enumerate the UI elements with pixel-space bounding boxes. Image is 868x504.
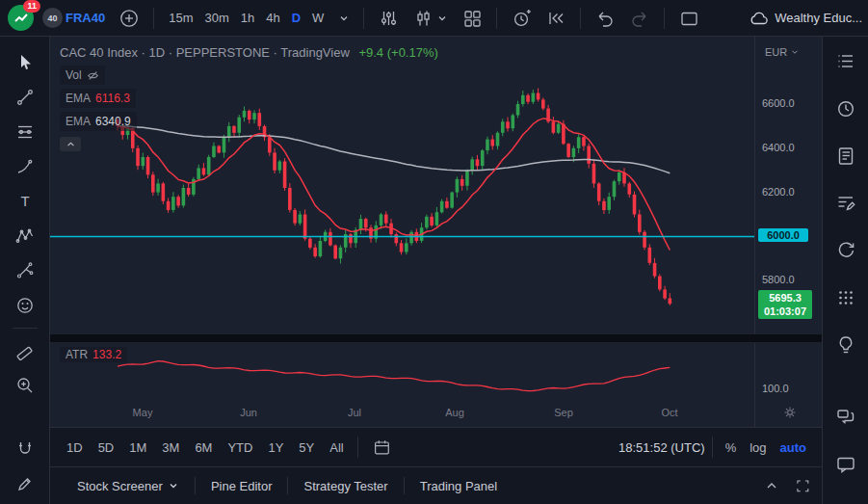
brush-icon (14, 156, 36, 177)
panel-tab-stock-screener[interactable]: Stock Screener (62, 467, 195, 504)
auto-scale-button[interactable]: auto (775, 437, 812, 459)
text-tool-button[interactable]: T (13, 189, 38, 214)
timeframe-menu-button[interactable] (333, 10, 355, 27)
pane-separator[interactable] (50, 333, 822, 343)
range-6M[interactable]: 6M (188, 437, 219, 459)
caret-up-icon (66, 140, 76, 148)
atr-legend[interactable]: ATR 133.2 (60, 347, 127, 362)
gear-icon (782, 405, 798, 420)
legend-collapse-button[interactable] (60, 137, 81, 151)
panel-controls (764, 478, 810, 493)
chevron-down-icon (436, 13, 448, 24)
toolbar-divider (357, 437, 358, 458)
edit-tool-button[interactable] (13, 471, 38, 496)
goto-date-button[interactable] (365, 434, 398, 461)
brush-tool-button[interactable] (13, 154, 38, 179)
chart-row: CAC 40 Index · 1D · PEPPERSTONE · Tradin… (50, 37, 822, 427)
trendline-icon (14, 87, 36, 108)
layout-grid-button[interactable] (457, 5, 487, 32)
panel-tab-pine-editor[interactable]: Pine Editor (196, 467, 288, 504)
public-chat-button[interactable] (832, 404, 859, 431)
toolbar-divider (712, 437, 713, 458)
panel-tab-strategy-tester[interactable]: Strategy Tester (288, 467, 403, 504)
news-button[interactable] (832, 143, 859, 170)
expand-panel-icon[interactable] (795, 478, 810, 493)
trendline-tool-button[interactable] (13, 85, 38, 110)
indicators-button[interactable] (373, 5, 404, 32)
magnet-tool-button[interactable] (13, 437, 38, 462)
publish-button[interactable] (832, 237, 859, 264)
timeframe-15m[interactable]: 15m (163, 7, 198, 29)
volume-legend[interactable]: Vol (60, 66, 105, 85)
ema-fast-legend[interactable]: EMA 6116.3 (60, 89, 136, 108)
compare-add-button[interactable] (114, 5, 145, 32)
percent-scale-button[interactable]: % (720, 437, 743, 459)
bar-replay-button[interactable] (540, 5, 571, 32)
toolbar-divider (13, 328, 38, 329)
utc-clock[interactable]: 18:51:52 (UTC) (618, 440, 705, 455)
range-1Y[interactable]: 1Y (261, 437, 290, 459)
alert-clock-icon (511, 8, 532, 29)
timeframe-1h[interactable]: 1h (235, 7, 260, 29)
zoom-tool-button[interactable] (13, 373, 38, 398)
chat-double-icon (834, 406, 857, 429)
time-axis-month: Jun (240, 407, 257, 418)
axis-settings-button[interactable] (782, 405, 798, 420)
price-axis[interactable]: EUR 6600.06400.06200.06000.05800.0 5695.… (754, 37, 822, 427)
chart-type-button[interactable] (408, 5, 453, 32)
timeframe-30m[interactable]: 30m (198, 7, 234, 29)
emoji-tool-button[interactable] (13, 293, 38, 318)
data-window-button[interactable] (832, 190, 859, 217)
cloud-icon (748, 8, 769, 29)
ema-slow-legend[interactable]: EMA 6340.9 (60, 112, 137, 131)
time-axis-month: Sep (554, 407, 573, 418)
symbol-button[interactable]: 40 FRA40 (38, 5, 110, 31)
measure-tool-button[interactable] (13, 338, 38, 363)
undo-button[interactable] (590, 5, 620, 32)
price-tick: 6200.0 (762, 186, 795, 198)
pattern-tool-button[interactable] (13, 224, 38, 249)
panel-tab-trading-panel[interactable]: Trading Panel (405, 467, 513, 504)
time-axis[interactable]: MayJunJulAugSepOct (50, 400, 754, 427)
range-All[interactable]: All (323, 437, 350, 459)
eye-off-icon[interactable] (87, 69, 99, 82)
ideas-button[interactable] (832, 332, 859, 358)
timeframe-4h[interactable]: 4h (260, 7, 285, 29)
currency-selector[interactable]: EUR (765, 46, 800, 58)
private-chat-button[interactable] (832, 451, 859, 478)
range-3M[interactable]: 3M (155, 437, 186, 459)
chevron-up-icon[interactable] (764, 478, 779, 493)
app-logo[interactable]: 11 (8, 5, 34, 31)
redo-button[interactable] (624, 5, 655, 32)
single-layout-button[interactable] (673, 5, 704, 32)
timeframe-D[interactable]: D (286, 7, 306, 29)
range-YTD[interactable]: YTD (221, 437, 259, 459)
svg-text:T: T (20, 193, 29, 209)
create-alert-button[interactable] (506, 5, 537, 32)
hotlists-button[interactable] (832, 284, 859, 311)
range-5D[interactable]: 5D (92, 437, 121, 459)
cursor-tool-button[interactable] (13, 50, 38, 75)
range-1D[interactable]: 1D (60, 437, 90, 459)
volume-label: Vol (66, 66, 82, 84)
forecast-tool-button[interactable] (13, 258, 38, 283)
range-5Y[interactable]: 5Y (292, 437, 321, 459)
atr-indicator-chart[interactable] (50, 343, 754, 400)
time-axis-month: Oct (661, 407, 677, 418)
time-axis-month: Jul (348, 407, 361, 418)
account-cloud-area[interactable]: Wealthy Educ... (748, 8, 862, 29)
alerts-button[interactable] (832, 95, 859, 122)
range-1M[interactable]: 1M (122, 437, 153, 459)
chart-change: +9.4 (+0.17%) (358, 45, 437, 60)
log-scale-button[interactable]: log (744, 437, 772, 459)
toolbar-divider (496, 8, 497, 29)
main-chart-pane[interactable]: CAC 40 Index · 1D · PEPPERSTONE · Tradin… (50, 37, 754, 400)
price-tick: 6600.0 (762, 97, 795, 109)
chart-title[interactable]: CAC 40 Index · 1D · PEPPERSTONE · Tradin… (60, 45, 350, 60)
fib-tool-button[interactable] (13, 119, 38, 145)
price-tick: 5800.0 (762, 274, 795, 285)
watchlist-icon (834, 50, 857, 73)
list-pencil-icon (834, 192, 857, 215)
timeframe-W[interactable]: W (306, 7, 329, 29)
watchlist-button[interactable] (832, 48, 859, 75)
